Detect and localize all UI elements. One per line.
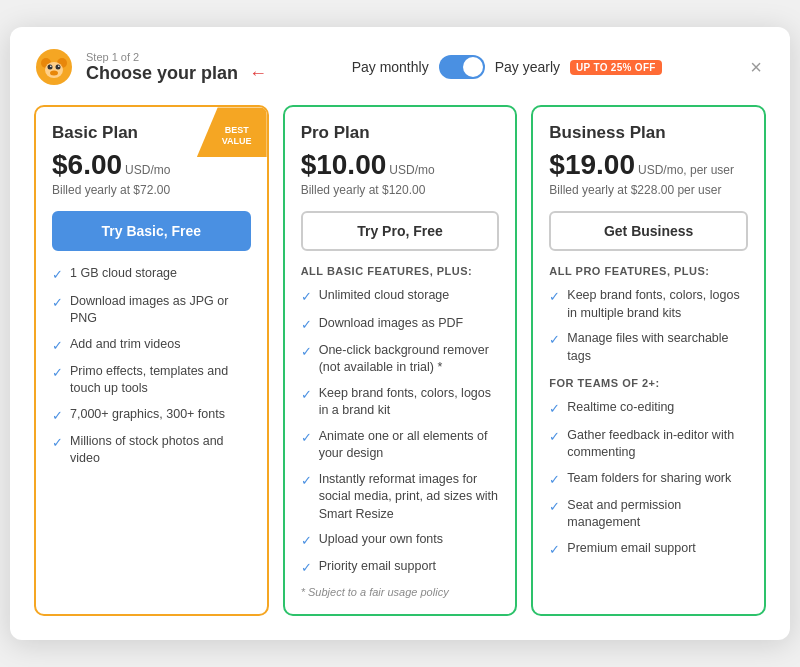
feature-item: ✓ Download images as PDF [301, 315, 500, 334]
feature-item: ✓ Download images as JPG or PNG [52, 293, 251, 328]
svg-point-4 [48, 65, 53, 70]
feature-item: ✓ Add and trim videos [52, 336, 251, 355]
pro-price: $10.00 [301, 149, 387, 181]
monkey-logo-icon [34, 47, 74, 87]
feature-item: ✓ Upload your own fonts [301, 531, 500, 550]
check-icon: ✓ [52, 294, 63, 312]
check-icon: ✓ [52, 407, 63, 425]
pro-features-header: ALL BASIC FEATURES, PLUS: [301, 265, 500, 277]
check-icon: ✓ [52, 337, 63, 355]
pro-price-row: $10.00 USD/mo [301, 149, 500, 181]
feature-item: ✓ Priority email support [301, 558, 500, 577]
discount-badge: UP TO 25% OFF [570, 60, 662, 75]
check-icon: ✓ [549, 471, 560, 489]
basic-plan-card: BEST VALUE Basic Plan $6.00 USD/mo Bille… [34, 105, 269, 615]
arrow-icon: ← [249, 63, 267, 84]
feature-item: ✓ Keep brand fonts, colors, logos in mul… [549, 287, 748, 322]
business-price: $19.00 [549, 149, 635, 181]
business-period: USD/mo, per user [638, 163, 734, 177]
check-icon: ✓ [301, 472, 312, 490]
basic-billed: Billed yearly at $72.00 [52, 183, 251, 197]
svg-point-7 [50, 66, 52, 68]
svg-point-3 [45, 62, 63, 78]
svg-point-8 [58, 66, 60, 68]
check-icon: ✓ [301, 316, 312, 334]
svg-point-6 [50, 71, 58, 76]
best-value-badge: BEST VALUE [197, 107, 267, 157]
business-plan-name: Business Plan [549, 123, 748, 143]
check-icon: ✓ [549, 498, 560, 516]
pro-plan-card: Pro Plan $10.00 USD/mo Billed yearly at … [283, 105, 518, 615]
check-icon: ✓ [549, 400, 560, 418]
pay-monthly-label: Pay monthly [352, 59, 429, 75]
business-cta-button[interactable]: Get Business [549, 211, 748, 251]
plans-grid: BEST VALUE Basic Plan $6.00 USD/mo Bille… [34, 105, 766, 615]
pro-cta-button[interactable]: Try Pro, Free [301, 211, 500, 251]
billing-toggle-switch[interactable] [439, 55, 485, 79]
feature-item: ✓ Keep brand fonts, colors, logos in a b… [301, 385, 500, 420]
check-icon: ✓ [549, 428, 560, 446]
basic-cta-button[interactable]: Try Basic, Free [52, 211, 251, 251]
check-icon: ✓ [301, 386, 312, 404]
feature-item: ✓ Premium email support [549, 540, 748, 559]
pro-plan-name: Pro Plan [301, 123, 500, 143]
feature-item: ✓ Instantly reformat images for social m… [301, 471, 500, 524]
feature-item: ✓ Manage files with searchable tags [549, 330, 748, 365]
modal-header: Step 1 of 2 Choose your plan ← Pay month… [34, 47, 766, 87]
check-icon: ✓ [549, 288, 560, 306]
basic-price: $6.00 [52, 149, 122, 181]
feature-item: ✓ One-click background remover (not avai… [301, 342, 500, 377]
check-icon: ✓ [301, 559, 312, 577]
check-icon: ✓ [549, 331, 560, 349]
feature-item: ✓ Seat and permission management [549, 497, 748, 532]
feature-item: ✓ 7,000+ graphics, 300+ fonts [52, 406, 251, 425]
check-icon: ✓ [301, 343, 312, 361]
business-plan-card: Business Plan $19.00 USD/mo, per user Bi… [531, 105, 766, 615]
check-icon: ✓ [301, 532, 312, 550]
check-icon: ✓ [301, 288, 312, 306]
business-price-row: $19.00 USD/mo, per user [549, 149, 748, 181]
title-block: Step 1 of 2 Choose your plan ← [86, 51, 267, 84]
feature-item: ✓ Realtime co-editing [549, 399, 748, 418]
check-icon: ✓ [52, 364, 63, 382]
feature-item: ✓ Unlimited cloud storage [301, 287, 500, 306]
check-icon: ✓ [52, 266, 63, 284]
business-features-header: ALL PRO FEATURES, PLUS: [549, 265, 748, 277]
pro-footnote: * Subject to a fair usage policy [301, 586, 500, 598]
feature-item: ✓ 1 GB cloud storage [52, 265, 251, 284]
page-title: Choose your plan ← [86, 63, 267, 84]
check-icon: ✓ [52, 434, 63, 452]
feature-item: ✓ Gather feedback in-editor with comment… [549, 427, 748, 462]
business-section-divider: FOR TEAMS OF 2+: [549, 377, 748, 389]
toggle-knob [463, 57, 483, 77]
svg-point-5 [56, 65, 61, 70]
feature-item: ✓ Animate one or all elements of your de… [301, 428, 500, 463]
pricing-modal: Step 1 of 2 Choose your plan ← Pay month… [10, 27, 790, 639]
feature-item: ✓ Primo effects, templates and touch up … [52, 363, 251, 398]
close-button[interactable]: × [746, 53, 766, 81]
check-icon: ✓ [549, 541, 560, 559]
billing-toggle: Pay monthly Pay yearly UP TO 25% OFF [352, 55, 662, 79]
pay-yearly-label: Pay yearly [495, 59, 560, 75]
basic-period: USD/mo [125, 163, 170, 177]
pro-period: USD/mo [389, 163, 434, 177]
feature-item: ✓ Millions of stock photos and video [52, 433, 251, 468]
pro-billed: Billed yearly at $120.00 [301, 183, 500, 197]
feature-item: ✓ Team folders for sharing work [549, 470, 748, 489]
step-text: Step 1 of 2 [86, 51, 267, 63]
header-left: Step 1 of 2 Choose your plan ← [34, 47, 267, 87]
business-billed: Billed yearly at $228.00 per user [549, 183, 748, 197]
check-icon: ✓ [301, 429, 312, 447]
